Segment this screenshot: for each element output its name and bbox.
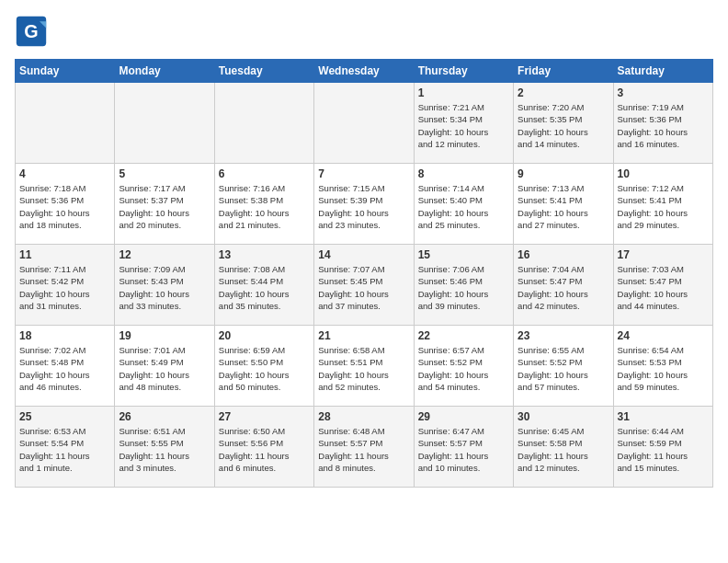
day-number: 8 xyxy=(418,167,509,180)
day-info: Sunrise: 7:08 AM Sunset: 5:44 PM Dayligh… xyxy=(219,263,310,312)
day-number: 30 xyxy=(518,410,609,423)
day-number: 17 xyxy=(618,248,709,261)
calendar-cell: 31Sunrise: 6:44 AM Sunset: 5:59 PM Dayli… xyxy=(613,407,712,488)
day-number: 9 xyxy=(518,167,609,180)
calendar-cell xyxy=(115,83,214,164)
day-number: 19 xyxy=(119,329,210,342)
calendar-cell: 9Sunrise: 7:13 AM Sunset: 5:41 PM Daylig… xyxy=(514,164,613,245)
calendar-cell: 1Sunrise: 7:21 AM Sunset: 5:34 PM Daylig… xyxy=(414,83,513,164)
day-number: 3 xyxy=(618,86,709,99)
day-info: Sunrise: 7:12 AM Sunset: 5:41 PM Dayligh… xyxy=(618,182,709,231)
logo: G xyxy=(15,15,51,48)
calendar-cell: 4Sunrise: 7:18 AM Sunset: 5:36 PM Daylig… xyxy=(16,164,115,245)
day-number: 2 xyxy=(518,86,609,99)
day-number: 4 xyxy=(19,167,110,180)
day-number: 6 xyxy=(219,167,310,180)
calendar-cell: 6Sunrise: 7:16 AM Sunset: 5:38 PM Daylig… xyxy=(214,164,313,245)
day-number: 5 xyxy=(119,167,210,180)
calendar-cell: 28Sunrise: 6:48 AM Sunset: 5:57 PM Dayli… xyxy=(314,407,414,488)
calendar-cell xyxy=(314,83,414,164)
day-number: 18 xyxy=(19,329,110,342)
day-info: Sunrise: 7:11 AM Sunset: 5:42 PM Dayligh… xyxy=(19,263,110,312)
weekday-header-tuesday: Tuesday xyxy=(214,60,313,83)
day-info: Sunrise: 7:13 AM Sunset: 5:41 PM Dayligh… xyxy=(518,182,609,231)
day-info: Sunrise: 6:50 AM Sunset: 5:56 PM Dayligh… xyxy=(219,425,310,474)
day-info: Sunrise: 7:15 AM Sunset: 5:39 PM Dayligh… xyxy=(318,182,409,231)
day-number: 24 xyxy=(618,329,709,342)
day-number: 29 xyxy=(418,410,509,423)
weekday-header-saturday: Saturday xyxy=(613,60,712,83)
weekday-header-friday: Friday xyxy=(514,60,613,83)
day-info: Sunrise: 6:57 AM Sunset: 5:52 PM Dayligh… xyxy=(418,344,509,393)
page-header: G xyxy=(15,15,713,48)
calendar-cell: 22Sunrise: 6:57 AM Sunset: 5:52 PM Dayli… xyxy=(414,326,513,407)
day-number: 21 xyxy=(318,329,409,342)
calendar-cell: 5Sunrise: 7:17 AM Sunset: 5:37 PM Daylig… xyxy=(115,164,214,245)
calendar-cell: 26Sunrise: 6:51 AM Sunset: 5:55 PM Dayli… xyxy=(115,407,214,488)
day-info: Sunrise: 7:21 AM Sunset: 5:34 PM Dayligh… xyxy=(418,101,509,150)
calendar-cell: 13Sunrise: 7:08 AM Sunset: 5:44 PM Dayli… xyxy=(214,245,313,326)
day-info: Sunrise: 7:19 AM Sunset: 5:36 PM Dayligh… xyxy=(618,101,709,150)
day-info: Sunrise: 7:06 AM Sunset: 5:46 PM Dayligh… xyxy=(418,263,509,312)
calendar-cell: 29Sunrise: 6:47 AM Sunset: 5:57 PM Dayli… xyxy=(414,407,513,488)
calendar-table: SundayMondayTuesdayWednesdayThursdayFrid… xyxy=(15,59,713,488)
calendar-cell: 12Sunrise: 7:09 AM Sunset: 5:43 PM Dayli… xyxy=(115,245,214,326)
calendar-cell: 14Sunrise: 7:07 AM Sunset: 5:45 PM Dayli… xyxy=(314,245,414,326)
day-info: Sunrise: 6:54 AM Sunset: 5:53 PM Dayligh… xyxy=(618,344,709,393)
calendar-cell: 18Sunrise: 7:02 AM Sunset: 5:48 PM Dayli… xyxy=(16,326,115,407)
calendar-cell: 10Sunrise: 7:12 AM Sunset: 5:41 PM Dayli… xyxy=(613,164,712,245)
day-number: 10 xyxy=(618,167,709,180)
day-number: 25 xyxy=(19,410,110,423)
day-number: 13 xyxy=(219,248,310,261)
day-info: Sunrise: 7:07 AM Sunset: 5:45 PM Dayligh… xyxy=(318,263,409,312)
day-info: Sunrise: 7:02 AM Sunset: 5:48 PM Dayligh… xyxy=(19,344,110,393)
day-number: 20 xyxy=(219,329,310,342)
logo-icon: G xyxy=(15,15,48,48)
day-number: 27 xyxy=(219,410,310,423)
calendar-cell: 3Sunrise: 7:19 AM Sunset: 5:36 PM Daylig… xyxy=(613,83,712,164)
calendar-cell: 17Sunrise: 7:03 AM Sunset: 5:47 PM Dayli… xyxy=(613,245,712,326)
calendar-cell xyxy=(16,83,115,164)
day-number: 23 xyxy=(518,329,609,342)
weekday-header-wednesday: Wednesday xyxy=(314,60,414,83)
weekday-header-sunday: Sunday xyxy=(16,60,115,83)
day-info: Sunrise: 7:01 AM Sunset: 5:49 PM Dayligh… xyxy=(119,344,210,393)
calendar-cell: 27Sunrise: 6:50 AM Sunset: 5:56 PM Dayli… xyxy=(214,407,313,488)
day-number: 1 xyxy=(418,86,509,99)
calendar-cell: 2Sunrise: 7:20 AM Sunset: 5:35 PM Daylig… xyxy=(514,83,613,164)
day-info: Sunrise: 7:17 AM Sunset: 5:37 PM Dayligh… xyxy=(119,182,210,231)
calendar-cell: 19Sunrise: 7:01 AM Sunset: 5:49 PM Dayli… xyxy=(115,326,214,407)
calendar-cell: 11Sunrise: 7:11 AM Sunset: 5:42 PM Dayli… xyxy=(16,245,115,326)
day-number: 11 xyxy=(19,248,110,261)
day-info: Sunrise: 7:03 AM Sunset: 5:47 PM Dayligh… xyxy=(618,263,709,312)
calendar-cell: 21Sunrise: 6:58 AM Sunset: 5:51 PM Dayli… xyxy=(314,326,414,407)
svg-text:G: G xyxy=(24,21,38,41)
weekday-header-thursday: Thursday xyxy=(414,60,513,83)
day-info: Sunrise: 7:09 AM Sunset: 5:43 PM Dayligh… xyxy=(119,263,210,312)
day-info: Sunrise: 7:18 AM Sunset: 5:36 PM Dayligh… xyxy=(19,182,110,231)
day-number: 28 xyxy=(318,410,409,423)
day-info: Sunrise: 6:55 AM Sunset: 5:52 PM Dayligh… xyxy=(518,344,609,393)
day-number: 15 xyxy=(418,248,509,261)
day-info: Sunrise: 6:51 AM Sunset: 5:55 PM Dayligh… xyxy=(119,425,210,474)
calendar-cell: 16Sunrise: 7:04 AM Sunset: 5:47 PM Dayli… xyxy=(514,245,613,326)
day-info: Sunrise: 7:14 AM Sunset: 5:40 PM Dayligh… xyxy=(418,182,509,231)
day-info: Sunrise: 6:48 AM Sunset: 5:57 PM Dayligh… xyxy=(318,425,409,474)
day-info: Sunrise: 7:04 AM Sunset: 5:47 PM Dayligh… xyxy=(518,263,609,312)
calendar-cell: 20Sunrise: 6:59 AM Sunset: 5:50 PM Dayli… xyxy=(214,326,313,407)
calendar-cell: 23Sunrise: 6:55 AM Sunset: 5:52 PM Dayli… xyxy=(514,326,613,407)
day-info: Sunrise: 6:59 AM Sunset: 5:50 PM Dayligh… xyxy=(219,344,310,393)
calendar-cell xyxy=(214,83,313,164)
calendar-cell: 24Sunrise: 6:54 AM Sunset: 5:53 PM Dayli… xyxy=(613,326,712,407)
day-info: Sunrise: 6:44 AM Sunset: 5:59 PM Dayligh… xyxy=(618,425,709,474)
calendar-cell: 15Sunrise: 7:06 AM Sunset: 5:46 PM Dayli… xyxy=(414,245,513,326)
day-info: Sunrise: 6:58 AM Sunset: 5:51 PM Dayligh… xyxy=(318,344,409,393)
calendar-cell: 8Sunrise: 7:14 AM Sunset: 5:40 PM Daylig… xyxy=(414,164,513,245)
calendar-cell: 25Sunrise: 6:53 AM Sunset: 5:54 PM Dayli… xyxy=(16,407,115,488)
day-number: 26 xyxy=(119,410,210,423)
day-info: Sunrise: 6:53 AM Sunset: 5:54 PM Dayligh… xyxy=(19,425,110,474)
day-number: 7 xyxy=(318,167,409,180)
day-info: Sunrise: 6:45 AM Sunset: 5:58 PM Dayligh… xyxy=(518,425,609,474)
day-number: 31 xyxy=(618,410,709,423)
day-number: 12 xyxy=(119,248,210,261)
